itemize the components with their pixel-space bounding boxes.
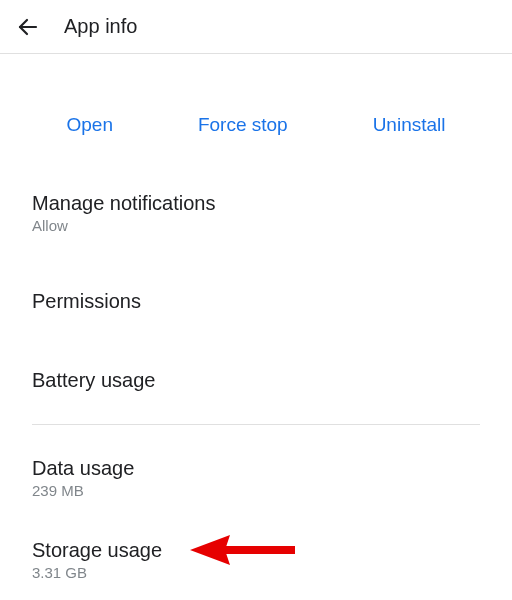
item-title: Permissions bbox=[32, 290, 480, 313]
item-subtitle: 3.31 GB bbox=[32, 564, 480, 581]
back-arrow-icon[interactable] bbox=[16, 15, 40, 39]
manage-notifications-item[interactable]: Manage notifications Allow bbox=[0, 178, 512, 248]
spacer bbox=[0, 248, 512, 276]
item-title: Manage notifications bbox=[32, 192, 480, 215]
item-subtitle: 239 MB bbox=[32, 482, 480, 499]
open-button[interactable]: Open bbox=[66, 114, 112, 136]
item-title: Battery usage bbox=[32, 369, 480, 392]
spacer bbox=[0, 54, 512, 114]
app-header: App info bbox=[0, 0, 512, 54]
item-title: Data usage bbox=[32, 457, 480, 480]
item-subtitle: Allow bbox=[32, 217, 480, 234]
section-divider bbox=[32, 424, 480, 425]
permissions-item[interactable]: Permissions bbox=[0, 276, 512, 327]
data-usage-item[interactable]: Data usage 239 MB bbox=[0, 443, 512, 513]
page-title: App info bbox=[64, 15, 137, 38]
force-stop-button[interactable]: Force stop bbox=[198, 114, 288, 136]
spacer bbox=[0, 513, 512, 525]
action-row: Open Force stop Uninstall bbox=[0, 114, 512, 136]
item-title: Storage usage bbox=[32, 539, 480, 562]
battery-usage-item[interactable]: Battery usage bbox=[0, 355, 512, 406]
uninstall-button[interactable]: Uninstall bbox=[373, 114, 446, 136]
storage-usage-item[interactable]: Storage usage 3.31 GB bbox=[0, 525, 512, 595]
spacer bbox=[0, 327, 512, 355]
